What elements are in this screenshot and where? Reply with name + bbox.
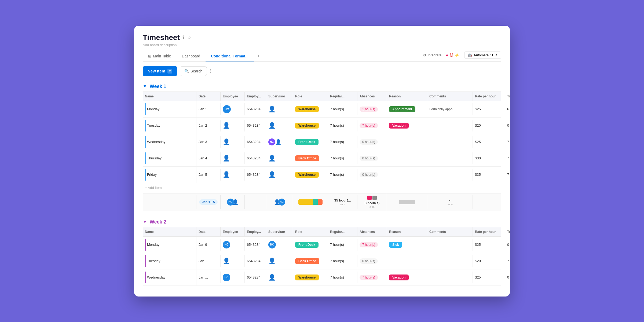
summary-label: sum — [340, 203, 345, 206]
col-name-w2: Name — [143, 227, 196, 236]
table-row: Tuesday ⊕ Jan ... 👤 6543234 👤 Back Offic… — [143, 253, 501, 269]
row-indicator — [145, 136, 146, 148]
row-indicator — [145, 239, 146, 251]
cell-name-thursday: Thursday ⊕ — [143, 150, 196, 166]
cell-absences-friday: 0 hour(s) — [357, 169, 387, 181]
week-1-toggle[interactable]: ▼ — [143, 84, 147, 89]
cell-totalhours-thursday: 7 hour — [505, 152, 510, 164]
summary-value: 35 hour(... — [334, 198, 351, 202]
cell-date-tuesday: Jan 2 — [196, 120, 221, 131]
col-role-w2: Role — [293, 227, 328, 236]
col-date: Date — [196, 92, 221, 101]
summary-supervisor: 👤 HC — [266, 195, 293, 209]
new-item-dropdown-arrow[interactable]: ▾ — [167, 69, 172, 74]
cell-name-friday: Friday ⊕ — [143, 167, 196, 183]
person-icon: 👤 — [232, 199, 238, 205]
tab-main-table[interactable]: ⊞ Main Table — [143, 51, 176, 61]
absence-badge: 0 hour(s) — [360, 172, 378, 177]
person-icon: 👤 — [268, 258, 276, 265]
summary-daterange: Jan 1 - 5 — [196, 195, 221, 209]
cell-empnum-w2-wednesday: 6543234 — [245, 272, 266, 283]
summary-comments: - none — [427, 195, 473, 209]
search-button[interactable]: 🔍 Search — [180, 66, 207, 76]
cell-regular-w2-tuesday: 7 hour(s) — [328, 255, 357, 267]
title-row: Timesheet ℹ ☆ — [143, 33, 501, 42]
tab-conditional-format[interactable]: Conditional Format... — [206, 51, 254, 61]
cell-name-tuesday: Tuesday ⊕ — [143, 118, 196, 134]
col-regular: Regular... — [328, 92, 357, 101]
cell-date-friday: Jan 5 — [196, 169, 221, 181]
avatar: HC — [278, 199, 285, 206]
week-2-title: Week 2 — [150, 219, 166, 225]
user-icons: ● M ⚡ — [446, 53, 460, 58]
automate-button[interactable]: 🤖 Automate / 1 ∧ — [464, 52, 501, 59]
cell-regular-w2-wednesday: 7 hour(s) — [328, 272, 357, 283]
info-icon[interactable]: ℹ — [182, 35, 184, 41]
col-employ-num-w2: Employ... — [245, 227, 266, 236]
cell-role-w2-wednesday: Warehouse — [293, 272, 328, 283]
week-2-toggle[interactable]: ▼ — [143, 219, 147, 224]
avatar: HC — [268, 241, 276, 248]
summary-row-week1: Jan 1 - 5 HC 👤 👤 HC — [143, 193, 501, 211]
row-indicator — [145, 255, 146, 267]
cell-regular-wednesday: 7 hour(s) — [328, 136, 357, 148]
cell-rate-friday: $35 — [473, 169, 505, 181]
cell-absences-tuesday: 7 hour(s) — [357, 120, 387, 131]
cell-absences-monday: 1 hour(s) — [357, 103, 387, 115]
col-name: Name — [143, 92, 196, 101]
star-icon[interactable]: ☆ — [187, 35, 191, 41]
cell-role-w2-tuesday: Back Office — [293, 255, 328, 267]
date-range-badge: Jan 1 - 5 — [199, 199, 217, 205]
cell-empnum-w2-tuesday: 6543234 — [245, 255, 266, 267]
cell-name-monday: Monday ⊕ — [143, 101, 196, 117]
col-reason: Reason — [387, 92, 427, 101]
row-indicator — [145, 272, 146, 283]
cell-comments-w2-wednesday — [427, 272, 473, 283]
col-date-w2: Date — [196, 227, 221, 236]
cell-rate-w2-monday: $25 — [473, 239, 505, 251]
cell-comments-w2-tuesday — [427, 255, 473, 267]
week-2-section: ▼ Week 2 Name Date Employee Employ... Su… — [143, 216, 501, 286]
person-icon: 👤 — [268, 274, 276, 281]
cell-regular-tuesday: 7 hour(s) — [328, 120, 357, 131]
filter-icon[interactable]: ( — [210, 68, 211, 74]
integrate-action[interactable]: ⚙ Integrate — [423, 53, 441, 57]
cell-date-monday: Jan 1 — [196, 103, 221, 115]
role-badge: Warehouse — [295, 172, 319, 178]
cell-employee-monday: HC — [221, 103, 245, 115]
role-badge: Warehouse — [295, 275, 319, 280]
col-supervisor-w2: Supervisor — [266, 227, 293, 236]
col-rate: Rate per hour — [473, 92, 505, 101]
summary-totalhours: 27 hour sum — [505, 195, 510, 209]
col-employ-num: Employ... — [245, 92, 266, 101]
cell-empnum-wednesday: 6543234 — [245, 136, 266, 148]
cell-employee-w2-wednesday: HC — [221, 272, 245, 283]
cell-comments-tuesday — [427, 120, 473, 131]
absence-badge: 7 hour(s) — [360, 242, 378, 247]
role-badge: Back Office — [295, 155, 319, 161]
tab-dashboard[interactable]: Dashboard — [176, 51, 206, 61]
color-segment-frontdesk — [313, 199, 318, 205]
user-icon-2: M — [450, 53, 453, 58]
col-employee-w2: Employee — [221, 227, 245, 236]
person-icon: 👤 — [223, 155, 230, 162]
cell-totalhours-friday: 7 hour — [505, 169, 510, 181]
overlap-avatars: 👤 HC — [274, 199, 285, 206]
cell-comments-monday: Fortnightly appo... — [427, 103, 473, 115]
cell-absences-w2-tuesday: 0 hour(s) — [357, 255, 387, 267]
cell-empnum-monday: 6543234 — [245, 103, 266, 115]
summary-label: sum — [369, 206, 375, 208]
person-icon: 👤 — [223, 171, 230, 178]
search-icon: 🔍 — [184, 69, 189, 73]
cell-rate-monday: $25 — [473, 103, 505, 115]
new-item-button[interactable]: New Item ▾ — [143, 66, 177, 76]
col-regular-w2: Regular... — [328, 227, 357, 236]
col-role: Role — [293, 92, 328, 101]
cell-reason-wednesday — [387, 136, 427, 148]
add-item-row[interactable]: + Add Item — [143, 183, 501, 192]
cell-comments-wednesday — [427, 136, 473, 148]
role-badge: Back Office — [295, 258, 319, 264]
summary-reason — [387, 195, 427, 209]
tab-add-button[interactable]: + — [254, 51, 263, 61]
week-1-header: ▼ Week 1 — [143, 80, 501, 92]
